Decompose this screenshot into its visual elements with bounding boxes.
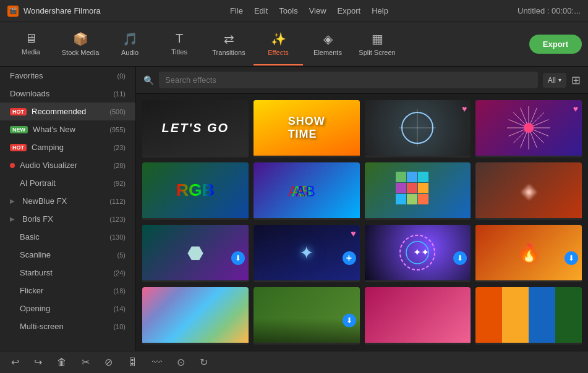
sidebar-label: Downloads xyxy=(10,89,49,98)
sidebar-item-scanline[interactable]: Scanline(5) xyxy=(0,246,135,264)
main: Favorites(0)Downloads(11)HOTRecommended(… xyxy=(0,67,588,351)
sidebar-item-what's-new[interactable]: NEWWhat's New(955) xyxy=(0,120,135,138)
sidebar-item-starburst[interactable]: Starburst(24) xyxy=(0,264,135,282)
effect-card[interactable] xyxy=(142,287,249,345)
svg-point-19 xyxy=(524,123,534,133)
effect-label: Edge Scale xyxy=(142,280,249,282)
effect-card[interactable]: SHOWTIME3D Sport Car Pack Overl... xyxy=(254,100,360,157)
circle-button[interactable]: ⊙ xyxy=(174,354,187,371)
menu-item-export[interactable]: Export xyxy=(338,6,361,15)
menu-item-file[interactable]: File xyxy=(230,6,243,15)
undo-button[interactable]: ↩ xyxy=(9,354,22,371)
effect-card[interactable]: ⬇ xyxy=(254,287,360,345)
effect-card[interactable]: ♥Manga Pack Vol 2 Overl... xyxy=(365,100,471,157)
sidebar-item-flicker[interactable]: Flicker(18) xyxy=(0,282,135,300)
sidebar-label: NewBlue FX xyxy=(22,196,67,206)
toolbar-btn-media[interactable]: 🖥Media xyxy=(6,23,56,65)
menu-item-help[interactable]: Help xyxy=(372,6,388,15)
disable-button[interactable]: ⊘ xyxy=(102,354,115,371)
download-icon[interactable]: ⬇ xyxy=(231,251,245,265)
project-name: Untitled : 00:00:... xyxy=(518,6,581,15)
sidebar-items: Favorites(0)Downloads(11)HOTRecommended(… xyxy=(0,67,135,335)
filter-label: All xyxy=(548,76,556,85)
sidebar-item-audio-visualizer[interactable]: Audio Visualizer(28) xyxy=(0,156,135,174)
toolbar-btn-effects[interactable]: ✨Effects xyxy=(254,23,303,65)
sidebar-item-opening[interactable]: Opening(14) xyxy=(0,300,135,317)
sidebar-item-camping[interactable]: HOTCamping(23) xyxy=(0,138,135,156)
effect-label: Extreme xyxy=(475,280,582,282)
redo-button[interactable]: ↪ xyxy=(32,354,45,371)
sidebar-item-multi-screen[interactable]: Multi-screen(10) xyxy=(0,317,135,335)
effect-label xyxy=(365,343,471,345)
svg-text:✦✦: ✦✦ xyxy=(413,247,429,258)
sidebar-label: Flicker xyxy=(20,286,43,295)
toolbar-btn-audio[interactable]: 🎵Audio xyxy=(105,23,155,65)
toolbar: 🖥Media📦Stock Media🎵AudioTTitles⇄Transiti… xyxy=(0,22,588,67)
searchbar: 🔍 All ▾ ⊞ xyxy=(136,67,588,94)
search-filter[interactable]: All ▾ xyxy=(543,73,566,88)
effect-label: Iridescent Circle 3 xyxy=(365,280,471,282)
sidebar-item-basic[interactable]: Basic(130) xyxy=(0,228,135,246)
svg-text:AB: AB xyxy=(296,183,315,199)
sidebar: Favorites(0)Downloads(11)HOTRecommended(… xyxy=(0,67,136,351)
effect-card[interactable]: LET'S GO3D Sport Car Pack Overl... xyxy=(142,100,249,157)
toolbar-btn-split-screen[interactable]: ▦Split Screen xyxy=(352,23,402,65)
search-input[interactable] xyxy=(159,72,538,88)
download-icon[interactable]: ⬇ xyxy=(343,314,356,327)
sidebar-count: (955) xyxy=(109,126,126,133)
sidebar-label: Audio Visualizer xyxy=(20,161,77,170)
svg-rect-25 xyxy=(418,172,428,182)
menu-item-tools[interactable]: Tools xyxy=(279,6,297,15)
effect-card[interactable]: ✦✦⬇Iridescent Circle 3 xyxy=(365,225,471,282)
sidebar-item-newblue-fx[interactable]: ▶NewBlue FX(112) xyxy=(0,192,135,210)
effect-card[interactable]: Mosaic xyxy=(365,162,471,220)
rotate-button[interactable]: ↻ xyxy=(197,354,210,371)
toolbar-btn-stock-media[interactable]: 📦Stock Media xyxy=(56,23,105,65)
cut-button[interactable]: ✂ xyxy=(79,354,92,371)
sidebar-item-downloads[interactable]: Downloads(11) xyxy=(0,85,135,103)
effect-label xyxy=(254,343,360,345)
sidebar-label: Starburst xyxy=(20,268,53,277)
effect-label: Glow xyxy=(254,280,360,282)
delete-button[interactable]: 🗑 xyxy=(54,354,69,371)
export-button[interactable]: Export xyxy=(529,35,582,54)
svg-rect-30 xyxy=(407,194,417,204)
effect-card[interactable]: ⬣⬇Edge Scale xyxy=(142,225,249,282)
sidebar-label: Boris FX xyxy=(22,214,53,224)
sidebar-count: (92) xyxy=(113,180,126,187)
effect-label: Japanese Speedline Pac... xyxy=(475,156,582,157)
sidebar-item-recommended[interactable]: HOTRecommended(500) xyxy=(0,103,135,120)
effect-card[interactable]: ABABABChromatic Aberration xyxy=(254,162,360,220)
effect-card[interactable]: ✦♥+Glow xyxy=(254,225,360,282)
effects-grid: LET'S GO3D Sport Car Pack Overl...SHOWTI… xyxy=(136,94,588,351)
add-icon[interactable]: + xyxy=(343,251,356,265)
toolbar-buttons: 🖥Media📦Stock Media🎵AudioTTitles⇄Transiti… xyxy=(6,23,402,65)
svg-rect-24 xyxy=(407,172,417,182)
settings-button[interactable]: 🎛 xyxy=(125,354,140,371)
toolbar-btn-titles[interactable]: TTitles xyxy=(155,23,204,65)
sidebar-count: (123) xyxy=(109,216,126,223)
effect-card[interactable] xyxy=(475,287,582,345)
sidebar-count: (5) xyxy=(117,251,126,259)
menu-item-view[interactable]: View xyxy=(309,6,326,15)
dot-icon xyxy=(10,163,15,168)
sidebar-count: (23) xyxy=(113,144,126,151)
sidebar-count: (24) xyxy=(113,269,126,277)
sidebar-item-boris-fx[interactable]: ▶Boris FX(123) xyxy=(0,210,135,228)
wave-button[interactable]: 〰 xyxy=(150,354,164,371)
effect-card[interactable] xyxy=(365,287,471,345)
sidebar-label: AI Portrait xyxy=(20,178,56,188)
effect-label: RGB Stroke xyxy=(142,218,249,220)
toolbar-btn-elements[interactable]: ◈Elements xyxy=(303,23,352,65)
effect-card[interactable]: RGBRGB Stroke xyxy=(142,162,249,220)
sidebar-item-favorites[interactable]: Favorites(0) xyxy=(0,67,135,85)
toolbar-btn-transitions[interactable]: ⇄Transitions xyxy=(204,23,254,65)
effect-card[interactable]: 🔥⬇Extreme xyxy=(475,225,582,282)
effect-card[interactable]: ◈Blur xyxy=(475,162,582,220)
sidebar-count: (14) xyxy=(113,305,126,312)
grid-view-button[interactable]: ⊞ xyxy=(571,73,581,87)
effect-card[interactable]: ♥Japanese Speedline Pac... xyxy=(475,100,582,157)
sidebar-item-ai-portrait[interactable]: AI Portrait(92) xyxy=(0,174,135,192)
menu-item-edit[interactable]: Edit xyxy=(254,6,268,15)
download-icon[interactable]: ⬇ xyxy=(565,251,578,265)
